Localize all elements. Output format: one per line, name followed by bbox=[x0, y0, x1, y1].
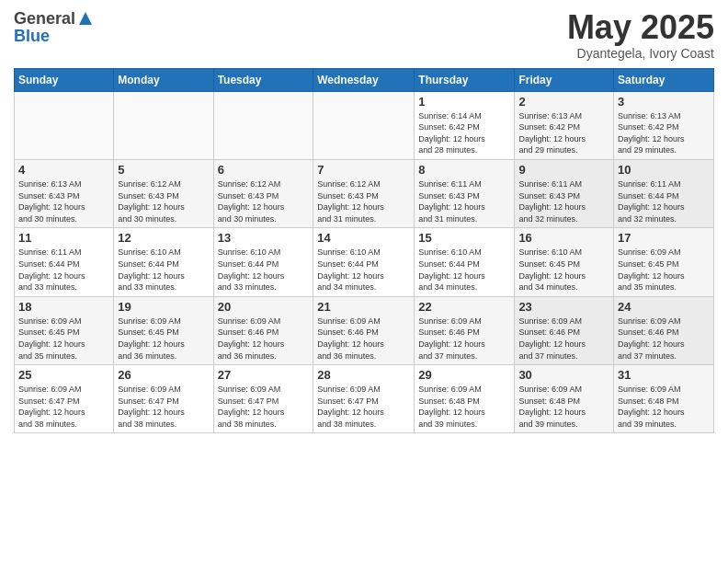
table-row bbox=[313, 91, 415, 159]
day-info: Sunrise: 6:10 AM Sunset: 6:44 PM Dayligh… bbox=[418, 247, 510, 293]
day-info: Sunrise: 6:10 AM Sunset: 6:44 PM Dayligh… bbox=[218, 247, 310, 293]
table-row: 24Sunrise: 6:09 AM Sunset: 6:46 PM Dayli… bbox=[614, 296, 714, 364]
col-monday: Monday bbox=[114, 68, 213, 91]
day-info: Sunrise: 6:09 AM Sunset: 6:47 PM Dayligh… bbox=[118, 384, 209, 430]
week-row-3: 11Sunrise: 6:11 AM Sunset: 6:44 PM Dayli… bbox=[15, 228, 714, 296]
col-thursday: Thursday bbox=[415, 68, 515, 91]
day-info: Sunrise: 6:09 AM Sunset: 6:46 PM Dayligh… bbox=[317, 316, 410, 362]
day-number: 25 bbox=[18, 368, 109, 382]
day-info: Sunrise: 6:13 AM Sunset: 6:42 PM Dayligh… bbox=[618, 110, 710, 156]
logo-icon bbox=[77, 10, 94, 27]
table-row: 2Sunrise: 6:13 AM Sunset: 6:42 PM Daylig… bbox=[515, 91, 614, 159]
header: General Blue May 2025 Dyantegela, Ivory … bbox=[14, 9, 714, 61]
table-row: 16Sunrise: 6:10 AM Sunset: 6:45 PM Dayli… bbox=[515, 228, 614, 296]
day-number: 20 bbox=[218, 300, 310, 314]
table-row: 30Sunrise: 6:09 AM Sunset: 6:48 PM Dayli… bbox=[515, 365, 614, 433]
col-sunday: Sunday bbox=[15, 68, 114, 91]
day-info: Sunrise: 6:13 AM Sunset: 6:42 PM Dayligh… bbox=[518, 110, 609, 156]
day-info: Sunrise: 6:11 AM Sunset: 6:43 PM Dayligh… bbox=[418, 178, 510, 224]
day-info: Sunrise: 6:09 AM Sunset: 6:48 PM Dayligh… bbox=[618, 384, 710, 430]
logo: General Blue bbox=[14, 9, 94, 46]
month-title: May 2025 bbox=[567, 9, 714, 46]
day-number: 2 bbox=[518, 95, 609, 109]
day-info: Sunrise: 6:09 AM Sunset: 6:48 PM Dayligh… bbox=[518, 384, 609, 430]
day-number: 27 bbox=[218, 368, 310, 382]
day-number: 8 bbox=[418, 163, 510, 177]
table-row: 13Sunrise: 6:10 AM Sunset: 6:44 PM Dayli… bbox=[213, 228, 313, 296]
day-number: 19 bbox=[118, 300, 209, 314]
day-number: 7 bbox=[317, 163, 410, 177]
day-number: 23 bbox=[518, 300, 609, 314]
week-row-5: 25Sunrise: 6:09 AM Sunset: 6:47 PM Dayli… bbox=[15, 365, 714, 433]
week-row-4: 18Sunrise: 6:09 AM Sunset: 6:45 PM Dayli… bbox=[15, 296, 714, 364]
table-row: 12Sunrise: 6:10 AM Sunset: 6:44 PM Dayli… bbox=[114, 228, 213, 296]
day-number: 18 bbox=[18, 300, 109, 314]
table-row: 27Sunrise: 6:09 AM Sunset: 6:47 PM Dayli… bbox=[213, 365, 313, 433]
table-row: 15Sunrise: 6:10 AM Sunset: 6:44 PM Dayli… bbox=[415, 228, 515, 296]
day-info: Sunrise: 6:09 AM Sunset: 6:47 PM Dayligh… bbox=[218, 384, 310, 430]
day-number: 15 bbox=[418, 231, 510, 245]
day-info: Sunrise: 6:10 AM Sunset: 6:44 PM Dayligh… bbox=[118, 247, 209, 293]
day-number: 31 bbox=[618, 368, 710, 382]
day-info: Sunrise: 6:09 AM Sunset: 6:48 PM Dayligh… bbox=[418, 384, 510, 430]
week-row-1: 1Sunrise: 6:14 AM Sunset: 6:42 PM Daylig… bbox=[15, 91, 714, 159]
day-number: 12 bbox=[118, 231, 209, 245]
table-row bbox=[15, 91, 114, 159]
table-row: 21Sunrise: 6:09 AM Sunset: 6:46 PM Dayli… bbox=[313, 296, 415, 364]
day-info: Sunrise: 6:09 AM Sunset: 6:46 PM Dayligh… bbox=[418, 316, 510, 362]
day-info: Sunrise: 6:11 AM Sunset: 6:43 PM Dayligh… bbox=[518, 178, 609, 224]
logo-general: General bbox=[14, 9, 75, 29]
table-row: 1Sunrise: 6:14 AM Sunset: 6:42 PM Daylig… bbox=[415, 91, 515, 159]
day-info: Sunrise: 6:09 AM Sunset: 6:45 PM Dayligh… bbox=[618, 247, 710, 293]
page: General Blue May 2025 Dyantegela, Ivory … bbox=[0, 0, 728, 563]
day-info: Sunrise: 6:14 AM Sunset: 6:42 PM Dayligh… bbox=[418, 110, 510, 156]
table-row: 5Sunrise: 6:12 AM Sunset: 6:43 PM Daylig… bbox=[114, 159, 213, 227]
day-number: 11 bbox=[18, 231, 109, 245]
table-row: 26Sunrise: 6:09 AM Sunset: 6:47 PM Dayli… bbox=[114, 365, 213, 433]
day-number: 16 bbox=[518, 231, 609, 245]
day-info: Sunrise: 6:09 AM Sunset: 6:46 PM Dayligh… bbox=[618, 316, 710, 362]
day-number: 26 bbox=[118, 368, 209, 382]
day-number: 9 bbox=[518, 163, 609, 177]
col-friday: Friday bbox=[515, 68, 614, 91]
day-info: Sunrise: 6:12 AM Sunset: 6:43 PM Dayligh… bbox=[218, 178, 310, 224]
day-info: Sunrise: 6:10 AM Sunset: 6:44 PM Dayligh… bbox=[317, 247, 410, 293]
day-number: 6 bbox=[218, 163, 310, 177]
table-row: 14Sunrise: 6:10 AM Sunset: 6:44 PM Dayli… bbox=[313, 228, 415, 296]
day-info: Sunrise: 6:09 AM Sunset: 6:45 PM Dayligh… bbox=[18, 316, 109, 362]
day-info: Sunrise: 6:11 AM Sunset: 6:44 PM Dayligh… bbox=[18, 247, 109, 293]
day-number: 28 bbox=[317, 368, 410, 382]
table-row: 9Sunrise: 6:11 AM Sunset: 6:43 PM Daylig… bbox=[515, 159, 614, 227]
table-row: 3Sunrise: 6:13 AM Sunset: 6:42 PM Daylig… bbox=[614, 91, 714, 159]
day-info: Sunrise: 6:12 AM Sunset: 6:43 PM Dayligh… bbox=[118, 178, 209, 224]
table-row: 18Sunrise: 6:09 AM Sunset: 6:45 PM Dayli… bbox=[15, 296, 114, 364]
col-wednesday: Wednesday bbox=[313, 68, 415, 91]
table-row: 10Sunrise: 6:11 AM Sunset: 6:44 PM Dayli… bbox=[614, 159, 714, 227]
table-row: 7Sunrise: 6:12 AM Sunset: 6:43 PM Daylig… bbox=[313, 159, 415, 227]
day-number: 1 bbox=[418, 95, 510, 109]
table-row: 25Sunrise: 6:09 AM Sunset: 6:47 PM Dayli… bbox=[15, 365, 114, 433]
table-row bbox=[114, 91, 213, 159]
day-number: 10 bbox=[618, 163, 710, 177]
day-info: Sunrise: 6:09 AM Sunset: 6:46 PM Dayligh… bbox=[218, 316, 310, 362]
logo-blue: Blue bbox=[14, 27, 94, 46]
table-row: 28Sunrise: 6:09 AM Sunset: 6:47 PM Dayli… bbox=[313, 365, 415, 433]
day-info: Sunrise: 6:09 AM Sunset: 6:45 PM Dayligh… bbox=[118, 316, 209, 362]
day-info: Sunrise: 6:09 AM Sunset: 6:47 PM Dayligh… bbox=[317, 384, 410, 430]
table-row: 8Sunrise: 6:11 AM Sunset: 6:43 PM Daylig… bbox=[415, 159, 515, 227]
calendar-table: Sunday Monday Tuesday Wednesday Thursday… bbox=[14, 68, 714, 434]
header-row: Sunday Monday Tuesday Wednesday Thursday… bbox=[15, 68, 714, 91]
table-row: 20Sunrise: 6:09 AM Sunset: 6:46 PM Dayli… bbox=[213, 296, 313, 364]
table-row bbox=[213, 91, 313, 159]
col-saturday: Saturday bbox=[614, 68, 714, 91]
day-number: 5 bbox=[118, 163, 209, 177]
day-number: 14 bbox=[317, 231, 410, 245]
day-info: Sunrise: 6:12 AM Sunset: 6:43 PM Dayligh… bbox=[317, 178, 410, 224]
day-number: 24 bbox=[618, 300, 710, 314]
day-number: 17 bbox=[618, 231, 710, 245]
day-number: 22 bbox=[418, 300, 510, 314]
col-tuesday: Tuesday bbox=[213, 68, 313, 91]
day-info: Sunrise: 6:09 AM Sunset: 6:46 PM Dayligh… bbox=[518, 316, 609, 362]
location-title: Dyantegela, Ivory Coast bbox=[567, 46, 714, 61]
day-number: 21 bbox=[317, 300, 410, 314]
